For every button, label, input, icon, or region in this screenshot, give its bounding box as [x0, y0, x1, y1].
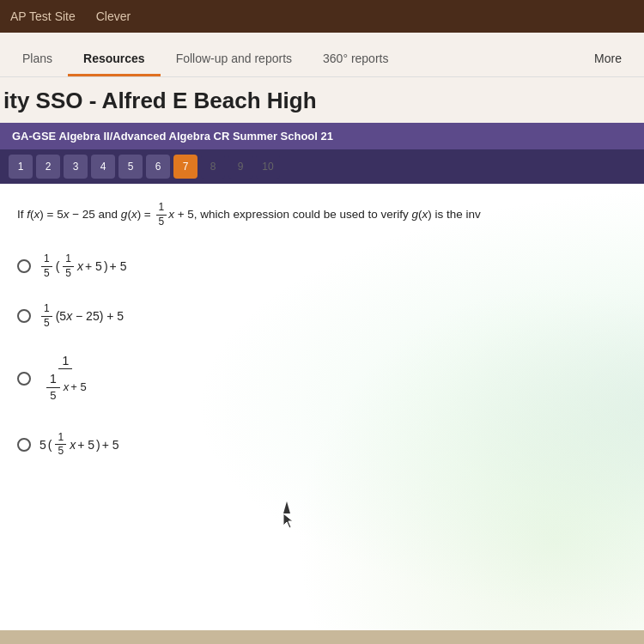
question-text: If f(x) = 5x − 25 and g(x) = 15x + 5, wh…: [17, 201, 627, 228]
question-tabs: 1 2 3 4 5 6 7 8 9 10: [0, 149, 644, 184]
tab-more[interactable]: More: [579, 43, 637, 76]
q-tab-6[interactable]: 6: [146, 155, 170, 179]
q-tab-4[interactable]: 4: [91, 155, 115, 179]
svg-marker-0: [283, 513, 293, 528]
math-expr-c: 1 15 x + 5: [39, 353, 92, 405]
q-tab-8[interactable]: 8: [201, 155, 225, 179]
q-tab-7[interactable]: 7: [173, 155, 197, 179]
radio-a[interactable]: [17, 259, 31, 273]
answer-choice-d: 5 ( 15 x + 5 ) + 5: [17, 431, 627, 459]
clever-link[interactable]: Clever: [96, 9, 131, 23]
tab-plans[interactable]: Plans: [7, 43, 68, 76]
page-title-bar: ity SSO - Alfred E Beach High: [0, 77, 644, 123]
q-tab-2[interactable]: 2: [36, 155, 60, 179]
q-tab-9[interactable]: 9: [228, 155, 252, 179]
q-tab-3[interactable]: 3: [64, 155, 88, 179]
tab-360reports[interactable]: 360° reports: [307, 43, 404, 76]
ap-test-site-link[interactable]: AP Test Site: [10, 9, 76, 23]
wave-overlay: [193, 184, 644, 630]
radio-d[interactable]: [17, 438, 31, 452]
radio-b[interactable]: [17, 309, 31, 323]
mouse-cursor: [283, 501, 292, 515]
tab-resources[interactable]: Resources: [68, 43, 161, 76]
section-header: GA-GSE Algebra II/Advanced Algebra CR Su…: [0, 123, 644, 149]
math-expr-a: 15 ( 15 x + 5 ) + 5: [39, 252, 126, 280]
answer-choice-c: 1 15 x + 5: [17, 353, 627, 405]
radio-c[interactable]: [17, 372, 31, 386]
nav-bar: Plans Resources Follow-up and reports 36…: [0, 33, 644, 77]
tab-followup[interactable]: Follow-up and reports: [161, 43, 307, 76]
page-title: ity SSO - Alfred E Beach High: [3, 88, 630, 114]
answer-choice-b: 15 (5x − 25) + 5: [17, 302, 627, 330]
math-expr-d: 5 ( 15 x + 5 ) + 5: [39, 431, 119, 459]
math-expr-b: 15 (5x − 25) + 5: [39, 302, 124, 330]
main-content: If f(x) = 5x − 25 and g(x) = 15x + 5, wh…: [0, 184, 644, 630]
top-bar: AP Test Site Clever: [0, 0, 644, 33]
q-tab-1[interactable]: 1: [9, 155, 33, 179]
q-tab-10[interactable]: 10: [256, 155, 280, 179]
fraction-inline: 15: [156, 201, 167, 228]
answer-choice-a: 15 ( 15 x + 5 ) + 5: [17, 252, 627, 280]
q-tab-5[interactable]: 5: [118, 155, 143, 179]
